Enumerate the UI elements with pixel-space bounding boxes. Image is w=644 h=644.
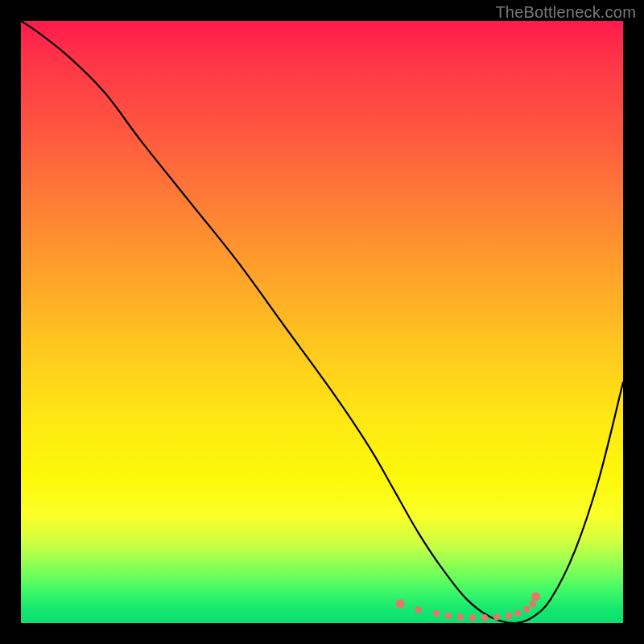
curve-dot [469,614,476,621]
watermark-text: TheBottleneck.com [495,3,636,22]
curve-dot [493,613,500,620]
curve-dot [506,613,512,619]
curve-dot [433,610,440,617]
curve-dot [445,613,452,619]
curve-dot [415,606,422,613]
optimal-range-dots [396,592,540,621]
chart-frame: TheBottleneck.com [0,0,644,644]
curve-dot [523,606,530,613]
curve-dot [530,601,536,607]
curve-dot [531,592,540,601]
curve-dot [396,600,405,609]
curve-dot [481,614,488,621]
plot-area [21,21,623,623]
curve-dot [457,613,464,620]
curve-dot [514,610,521,617]
bottleneck-curve [21,21,623,623]
chart-overlay [21,21,623,623]
